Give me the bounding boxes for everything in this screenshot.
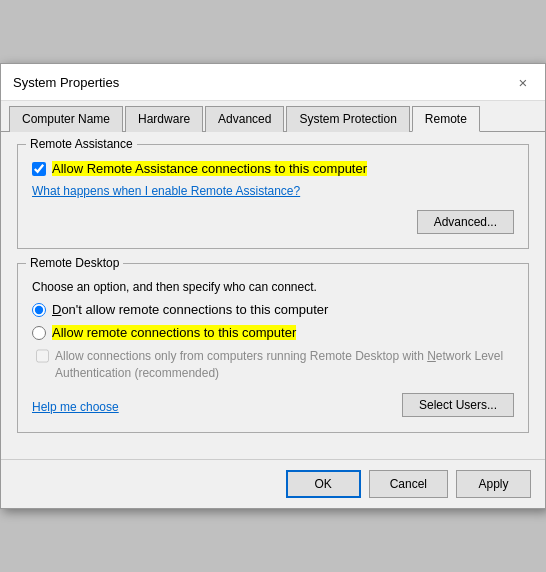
remote-assistance-help-link[interactable]: What happens when I enable Remote Assist… [32, 184, 300, 198]
tab-bar: Computer Name Hardware Advanced System P… [1, 101, 545, 132]
no-remote-label: Don't allow remote connections to this c… [52, 302, 328, 317]
system-properties-dialog: System Properties × Computer Name Hardwa… [0, 63, 546, 509]
remote-assistance-label: Remote Assistance [26, 137, 137, 151]
allow-remote-assistance-checkbox-label: Allow Remote Assistance connections to t… [52, 161, 367, 176]
allow-remote-assistance-checkbox[interactable] [32, 162, 46, 176]
dialog-title: System Properties [13, 75, 119, 90]
allow-remote-assistance-row: Allow Remote Assistance connections to t… [32, 161, 514, 176]
allow-remote-radio[interactable] [32, 326, 46, 340]
titlebar: System Properties × [1, 64, 545, 101]
tab-content: Remote Assistance Allow Remote Assistanc… [1, 132, 545, 459]
help-me-choose-link[interactable]: Help me choose [32, 400, 119, 414]
no-remote-row: Don't allow remote connections to this c… [32, 302, 514, 317]
tab-hardware[interactable]: Hardware [125, 106, 203, 132]
help-row: Help me choose Select Users... [32, 392, 514, 418]
advanced-button-row: Advanced... [32, 210, 514, 234]
remote-assistance-group: Remote Assistance Allow Remote Assistanc… [17, 144, 529, 249]
tab-computer-name[interactable]: Computer Name [9, 106, 123, 132]
cancel-button[interactable]: Cancel [369, 470, 448, 498]
nla-checkbox-label: Allow connections only from computers ru… [55, 348, 514, 382]
advanced-button[interactable]: Advanced... [417, 210, 514, 234]
nla-checkbox-row: Allow connections only from computers ru… [32, 348, 514, 382]
allow-remote-row: Allow remote connections to this compute… [32, 325, 514, 340]
remote-desktop-label: Remote Desktop [26, 256, 123, 270]
close-button[interactable]: × [513, 72, 533, 92]
remote-desktop-description: Choose an option, and then specify who c… [32, 280, 514, 294]
tab-remote[interactable]: Remote [412, 106, 480, 132]
footer-buttons: OK Cancel Apply [1, 459, 545, 508]
allow-remote-assistance-text: Allow Remote Assistance connections to t… [52, 161, 367, 176]
select-users-button[interactable]: Select Users... [402, 393, 514, 417]
ok-button[interactable]: OK [286, 470, 361, 498]
no-remote-radio[interactable] [32, 303, 46, 317]
no-remote-label-text: on't allow remote connections to this co… [61, 302, 328, 317]
tab-system-protection[interactable]: System Protection [286, 106, 409, 132]
apply-button[interactable]: Apply [456, 470, 531, 498]
tab-advanced[interactable]: Advanced [205, 106, 284, 132]
remote-desktop-group: Remote Desktop Choose an option, and the… [17, 263, 529, 433]
nla-checkbox[interactable] [36, 349, 49, 363]
allow-remote-label-text: Allow remote connections to this compute… [52, 325, 296, 340]
allow-remote-label: Allow remote connections to this compute… [52, 325, 296, 340]
